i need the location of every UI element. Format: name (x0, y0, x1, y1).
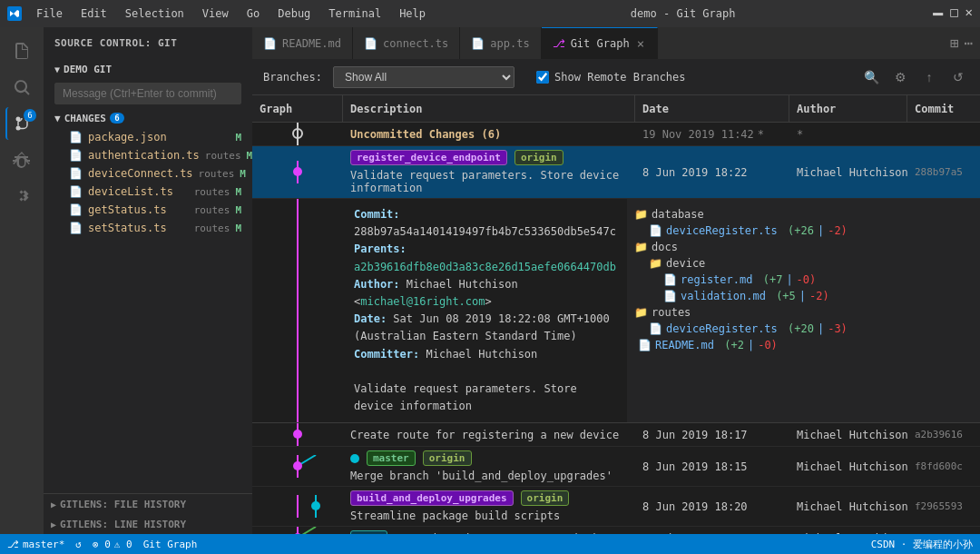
desc-line-f8: master origin Merge branch 'build_and_de… (350, 450, 628, 482)
branch-tag-origin-3: origin (521, 490, 570, 506)
th-commit: Commit (907, 95, 980, 122)
file-type-icon5: 📄 (638, 339, 652, 351)
detail-commit: Commit: 288b97a54a1401419497fb4b7c533650… (354, 206, 616, 241)
branch-tag-register: register_device_endpoint (350, 150, 507, 165)
author-email-link[interactable]: michael@16right.com (360, 295, 485, 308)
graph-a2b39616 (252, 423, 343, 446)
commit-row-22a32a90[interactable]: R2.0 Merge branch 'get_status_endpoint' … (252, 527, 980, 534)
gitlens-line-history[interactable]: ▶ GITLENS: LINE HISTORY (44, 514, 252, 534)
menu-help[interactable]: Help (392, 5, 433, 22)
file-validation-md[interactable]: 📄 validation.md (+5 | -2) (634, 288, 980, 304)
file-item-devicelist[interactable]: 📄 deviceList.ts routes M (47, 183, 249, 201)
detail-parents: Parents: a2b39616dfb8e0d3a83c8e26d15aefe… (354, 241, 616, 275)
commit-message-input[interactable] (54, 83, 241, 104)
activity-files[interactable] (5, 35, 38, 67)
diff-sep5: | (748, 339, 754, 351)
commit-row-a2b39616[interactable]: Create route for registering a new devic… (252, 423, 980, 447)
demo-git-header[interactable]: ▼ DEMO GIT (47, 59, 249, 79)
file-status: M (235, 204, 241, 216)
file-item-setstatus[interactable]: 📄 setStatus.ts routes M (47, 219, 249, 237)
diff-sep: | (818, 224, 824, 237)
menu-terminal[interactable]: Terminal (321, 5, 388, 22)
warnings-val: ⚠ 0 (114, 539, 132, 550)
parents-link[interactable]: a2b39616dfb8e0d3a83c8e26d15aefe0664470db (354, 261, 616, 273)
split-editor-btn[interactable]: ⊞ (950, 35, 959, 52)
file-deviceregister-routes[interactable]: 📄 deviceRegister.ts (+20 | -3) (634, 321, 980, 337)
file-item-deviceconnect[interactable]: 📄 deviceConnect.ts routes M (47, 164, 249, 183)
minimize-btn[interactable]: ━ (933, 5, 943, 24)
gitlens-file-arrow-icon: ▶ (51, 500, 56, 509)
menu-debug[interactable]: Debug (270, 5, 318, 22)
activity-extensions[interactable] (5, 180, 38, 213)
vscode-logo (7, 6, 22, 21)
file-item-authentication[interactable]: 📄 authentication.ts routes M (47, 146, 249, 164)
diff-add: (+26 (781, 224, 814, 237)
connect-tab-icon: 📄 (364, 37, 377, 50)
file-diff-tree: 📁 database 📄 deviceRegister.ts (+26 | -2… (634, 206, 980, 353)
git-graph-tab-close[interactable]: × (635, 36, 646, 51)
main-container: 6 Source Control: Git ▼ DEMO GIT ▼ CHANG… (0, 27, 980, 534)
commit-row-f2965593[interactable]: build_and_deploy_upgrades origin Streaml… (252, 487, 980, 527)
activity-source-control[interactable]: 6 (5, 107, 38, 140)
file-deviceregister-db[interactable]: 📄 deviceRegister.ts (+26 | -2) (634, 223, 980, 239)
file-item-package-json[interactable]: 📄 package.json M (47, 128, 249, 146)
author-v: Michael Hutchison (797, 429, 907, 441)
fetch-btn[interactable]: ↑ (918, 66, 940, 88)
tab-git-graph[interactable]: ⎇ Git Graph × (542, 27, 658, 59)
git-graph-tab-label: Git Graph (571, 37, 630, 50)
date-f2965593: 8 Jun 2019 18:20 (635, 487, 789, 526)
menu-bar[interactable]: File Edit Selection View Go Debug Termin… (29, 5, 433, 22)
tab-connect[interactable]: 📄 connect.ts (353, 27, 460, 59)
close-btn[interactable]: ✕ (965, 5, 973, 24)
desc-22a32a90: R2.0 Merge branch 'get_status_endpoint' (343, 527, 635, 534)
folder-name: database (652, 208, 704, 221)
sync-status[interactable]: ↺ (75, 539, 82, 550)
readme-tab-icon: 📄 (263, 37, 277, 50)
menu-selection[interactable]: Selection (118, 5, 191, 22)
menu-file[interactable]: File (29, 5, 70, 22)
tab-readme[interactable]: 📄 README.md (252, 27, 353, 59)
show-remote-checkbox[interactable] (536, 71, 549, 84)
demo-arrow-icon: ▼ (54, 64, 60, 74)
app-tab-icon: 📄 (471, 37, 485, 50)
diff-del4: -3) (828, 322, 848, 335)
file-name: deviceList.ts (88, 185, 189, 198)
more-tabs-btn[interactable]: ⋯ (964, 35, 973, 52)
gitlens-file-history[interactable]: ▶ GITLENS: FILE HISTORY (44, 494, 252, 514)
tab-app[interactable]: 📄 app.ts (460, 27, 541, 59)
git-toolbar: Branches: Show All Show Remote Branches … (252, 59, 980, 95)
sidebar-section-demo: ▼ DEMO GIT ▼ CHANGES 6 📄 package.json M … (44, 59, 252, 237)
demo-git-label: DEMO GIT (64, 64, 112, 75)
file-item-getstatus[interactable]: 📄 getStatus.ts routes M (47, 201, 249, 219)
menu-view[interactable]: View (195, 5, 236, 22)
errors-status[interactable]: ⊗ 0 ⚠ 0 (93, 539, 132, 550)
changes-header[interactable]: ▼ CHANGES 6 (47, 108, 249, 128)
menu-edit[interactable]: Edit (74, 5, 114, 22)
hash-v: a2b39616 (915, 429, 963, 440)
settings-btn[interactable]: ⚙ (889, 66, 911, 88)
window-controls[interactable]: ━ □ ✕ (933, 5, 973, 24)
file-register-md[interactable]: 📄 register.md (+7 | -0) (634, 272, 980, 288)
commit-label: Commit: (354, 208, 400, 221)
file-name-readme: README.md (655, 339, 714, 351)
search-commits-btn[interactable]: 🔍 (860, 66, 882, 88)
message-val: Validate request parameters. Store devic… (354, 382, 577, 412)
menu-go[interactable]: Go (240, 5, 267, 22)
status-right: CSDN · 爱编程的小孙 (871, 538, 973, 551)
author-f8fd600c: Michael Hutchison (789, 447, 907, 486)
show-remote-branches-area: Show Remote Branches (536, 71, 686, 84)
file-name-val: deviceRegister.ts (666, 224, 778, 237)
file-type-icon3: 📄 (663, 290, 677, 302)
activity-debug[interactable] (5, 143, 38, 176)
activity-search[interactable] (5, 71, 38, 104)
author-label: Author: (354, 278, 407, 291)
commit-row-288b97a5[interactable]: register_device_endpoint origin Validate… (252, 146, 980, 199)
git-graph-status[interactable]: Git Graph (143, 539, 198, 550)
refresh-btn[interactable]: ↺ (947, 66, 969, 88)
commit-row-uncommitted[interactable]: Uncommitted Changes (6) 19 Nov 2019 11:4… (252, 123, 980, 146)
maximize-btn[interactable]: □ (950, 5, 957, 24)
branches-select[interactable]: Show All (333, 66, 514, 88)
commit-row-f8fd600c[interactable]: master origin Merge branch 'build_and_de… (252, 447, 980, 487)
file-readme[interactable]: 📄 README.md (+2 | -0) (634, 337, 980, 353)
branch-status[interactable]: ⎇ master* (7, 539, 64, 550)
